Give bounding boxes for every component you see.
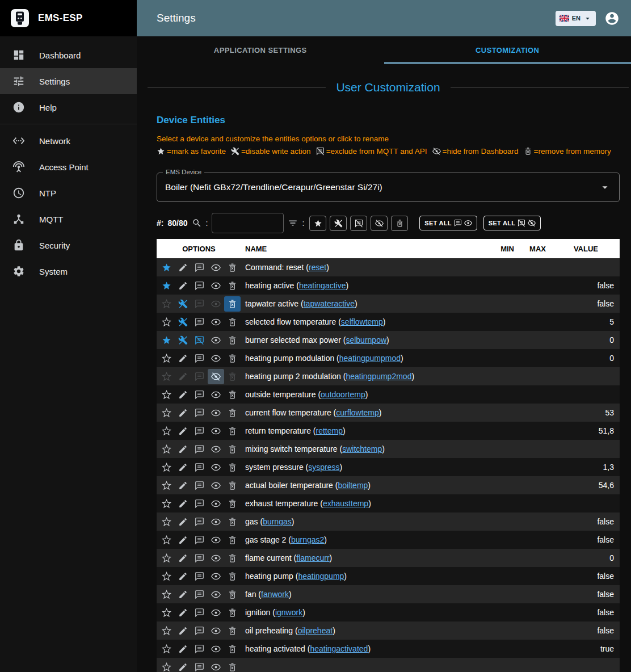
set-all-button-2[interactable]: SET ALL — [483, 216, 541, 230]
entity-shortname-link[interactable]: burngas2 — [291, 535, 324, 544]
sidebar-item-network[interactable]: Network — [0, 128, 137, 154]
mqtt-exclude-icon[interactable] — [191, 333, 208, 348]
entity-name[interactable]: ignition (ignwork) — [241, 608, 486, 617]
mqtt-exclude-icon[interactable] — [191, 569, 208, 584]
delete-icon[interactable] — [224, 623, 241, 639]
delete-icon[interactable] — [224, 460, 241, 475]
mqtt-exclude-icon[interactable] — [191, 423, 208, 439]
table-row[interactable]: flame current (flamecurr)0 — [157, 549, 620, 567]
mqtt-exclude-icon[interactable] — [191, 442, 208, 457]
hide-icon[interactable] — [208, 605, 224, 620]
entity-shortname-link[interactable]: selflowtemp — [341, 317, 383, 326]
table-row[interactable]: gas stage 2 (burngas2)false — [157, 531, 620, 549]
hide-icon[interactable] — [208, 660, 224, 672]
language-selector[interactable]: EN — [556, 11, 596, 26]
entity-shortname-link[interactable]: outdoortemp — [321, 390, 365, 399]
favorite-icon[interactable] — [158, 423, 175, 439]
table-row[interactable]: actual boiler temperature (boiltemp)54,6 — [157, 476, 620, 494]
rename-icon[interactable] — [175, 496, 191, 511]
hide-icon[interactable] — [208, 514, 224, 530]
table-row[interactable]: gas (burngas)false — [157, 513, 620, 531]
rename-icon[interactable] — [175, 478, 191, 493]
entity-name[interactable]: exhaust temperature (exhausttemp) — [241, 499, 486, 508]
favorite-icon[interactable] — [158, 296, 175, 312]
sidebar-item-settings[interactable]: Settings — [0, 68, 137, 94]
sidebar-item-ntp[interactable]: NTP — [0, 180, 137, 206]
entity-shortname-link[interactable]: heatingpump — [298, 572, 344, 581]
entity-shortname-link[interactable]: flamecurr — [296, 553, 329, 562]
hide-icon[interactable] — [208, 351, 224, 366]
entity-name[interactable]: oil preheating (oilpreheat) — [241, 626, 486, 635]
entity-name[interactable]: outside temperature (outdoortemp) — [241, 390, 486, 399]
rename-icon[interactable] — [175, 587, 191, 602]
delete-icon[interactable] — [224, 387, 241, 402]
mqtt-exclude-icon[interactable] — [191, 641, 208, 657]
entity-name[interactable]: selected flow temperature (selflowtemp) — [241, 317, 486, 326]
delete-icon[interactable] — [224, 314, 241, 330]
hide-icon[interactable] — [208, 260, 224, 275]
delete-icon[interactable] — [224, 478, 241, 493]
mqtt-exclude-icon[interactable] — [191, 496, 208, 511]
table-row[interactable]: oil preheating (oilpreheat)false — [157, 621, 620, 640]
hide-icon[interactable] — [208, 369, 224, 384]
table-row[interactable]: fan (fanwork)false — [157, 585, 620, 603]
hide-icon[interactable] — [208, 423, 224, 439]
hide-icon[interactable] — [208, 587, 224, 602]
table-row[interactable]: heating active (heatingactive)false — [157, 276, 620, 295]
mqtt-exclude-icon[interactable] — [191, 296, 208, 312]
hide-icon[interactable] — [208, 296, 224, 312]
delete-icon[interactable] — [224, 369, 241, 384]
tab-application-settings[interactable]: APPLICATION SETTINGS — [137, 36, 384, 64]
favorite-icon[interactable] — [158, 351, 175, 366]
favorite-icon[interactable] — [158, 260, 175, 275]
favorite-icon[interactable] — [158, 333, 175, 348]
table-row[interactable]: ignition (ignwork)false — [157, 603, 620, 621]
delete-icon[interactable] — [224, 605, 241, 620]
delete-icon[interactable] — [224, 660, 241, 672]
rename-icon[interactable] — [175, 660, 191, 672]
hide-icon[interactable] — [208, 569, 224, 584]
hide-icon[interactable] — [208, 387, 224, 402]
hide-icon[interactable] — [208, 405, 224, 421]
delete-icon[interactable] — [224, 569, 241, 584]
delete-icon[interactable] — [224, 551, 241, 566]
entity-shortname-link[interactable]: fanwork — [261, 590, 289, 599]
entity-name[interactable]: heating active (heatingactive) — [241, 281, 486, 290]
delete-icon[interactable] — [224, 423, 241, 439]
hide-icon[interactable] — [208, 460, 224, 475]
favorite-icon[interactable] — [158, 532, 175, 548]
favorite-icon[interactable] — [158, 551, 175, 566]
mqtt-exclude-icon[interactable] — [191, 405, 208, 421]
favorite-icon[interactable] — [158, 460, 175, 475]
entity-name[interactable]: mixing switch temperature (switchtemp) — [241, 444, 486, 453]
delete-icon[interactable] — [224, 587, 241, 602]
favorite-icon[interactable] — [158, 623, 175, 639]
table-row[interactable]: selected flow temperature (selflowtemp)5 — [157, 313, 620, 331]
table-row[interactable]: heating pump (heatingpump)false — [157, 567, 620, 585]
sidebar-item-help[interactable]: Help — [0, 94, 137, 120]
mqtt-exclude-icon[interactable] — [191, 260, 208, 275]
mqtt-exclude-icon[interactable] — [191, 387, 208, 402]
favorite-icon[interactable] — [158, 514, 175, 530]
rename-icon[interactable] — [175, 442, 191, 457]
entity-shortname-link[interactable]: heatingactive — [299, 281, 346, 290]
mqtt-exclude-icon[interactable] — [191, 478, 208, 493]
mqtt-exclude-icon[interactable] — [191, 460, 208, 475]
sidebar-item-mqtt[interactable]: MQTT — [0, 206, 137, 232]
table-row[interactable]: system pressure (syspress)1,3 — [157, 458, 620, 476]
favorite-icon[interactable] — [158, 569, 175, 584]
write-off-filter-button[interactable] — [330, 216, 347, 231]
delete-icon[interactable] — [224, 496, 241, 511]
favorite-icon[interactable] — [158, 278, 175, 293]
rename-icon[interactable] — [175, 514, 191, 530]
entity-name[interactable]: gas (burngas) — [241, 517, 486, 526]
hide-icon[interactable] — [208, 641, 224, 657]
delete-filter-button[interactable] — [391, 216, 408, 231]
table-row[interactable]: heating activated (heatingactivated)true — [157, 640, 620, 658]
rename-icon[interactable] — [175, 387, 191, 402]
rename-icon[interactable] — [175, 569, 191, 584]
hide-icon[interactable] — [208, 333, 224, 348]
entity-name[interactable]: current flow temperature (curflowtemp) — [241, 408, 486, 417]
entity-shortname-link[interactable]: heatingpumpmod — [339, 354, 401, 363]
entity-name[interactable]: heating pump modulation (heatingpumpmod) — [241, 354, 486, 363]
